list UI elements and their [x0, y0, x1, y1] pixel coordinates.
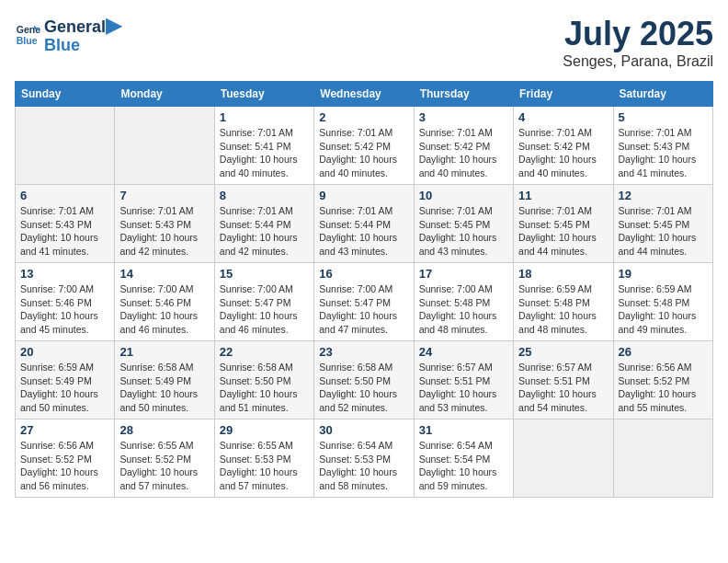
calendar-cell: 14Sunrise: 7:00 AMSunset: 5:46 PMDayligh… [115, 263, 214, 341]
calendar-cell: 2Sunrise: 7:01 AMSunset: 5:42 PMDaylight… [314, 107, 414, 185]
day-number: 2 [319, 110, 408, 124]
day-number: 28 [119, 423, 209, 437]
day-info: Sunrise: 7:00 AMSunset: 5:47 PMDaylight:… [220, 282, 309, 337]
logo-icon: General Blue [15, 22, 40, 48]
day-number: 12 [619, 189, 708, 202]
day-info: Sunrise: 7:00 AMSunset: 5:48 PMDaylight:… [419, 282, 508, 337]
weekday-header-saturday: Saturday [613, 82, 712, 107]
svg-text:Blue: Blue [17, 35, 38, 46]
day-info: Sunrise: 6:56 AMSunset: 5:52 PMDaylight:… [619, 361, 708, 415]
logo: General Blue General▶ Blue [15, 15, 121, 55]
calendar-cell: 26Sunrise: 6:56 AMSunset: 5:52 PMDayligh… [613, 341, 712, 419]
day-number: 7 [119, 189, 209, 202]
day-info: Sunrise: 7:01 AMSunset: 5:45 PMDaylight:… [619, 204, 708, 259]
calendar-cell: 19Sunrise: 6:59 AMSunset: 5:48 PMDayligh… [613, 263, 712, 341]
weekday-header-monday: Monday [115, 82, 214, 107]
day-info: Sunrise: 7:01 AMSunset: 5:42 PMDaylight:… [518, 126, 608, 180]
day-number: 25 [518, 345, 608, 359]
calendar-cell: 27Sunrise: 6:56 AMSunset: 5:52 PMDayligh… [16, 419, 115, 498]
day-info: Sunrise: 6:58 AMSunset: 5:49 PMDaylight:… [119, 361, 209, 415]
day-number: 15 [220, 267, 309, 281]
day-number: 29 [220, 423, 309, 437]
calendar-cell: 9Sunrise: 7:01 AMSunset: 5:44 PMDaylight… [314, 185, 414, 263]
weekday-header-wednesday: Wednesday [314, 82, 414, 107]
calendar-cell: 12Sunrise: 7:01 AMSunset: 5:45 PMDayligh… [613, 185, 712, 263]
day-info: Sunrise: 7:01 AMSunset: 5:43 PMDaylight:… [119, 204, 209, 259]
day-info: Sunrise: 7:01 AMSunset: 5:42 PMDaylight:… [319, 126, 408, 180]
calendar-cell: 6Sunrise: 7:01 AMSunset: 5:43 PMDaylight… [16, 185, 115, 263]
day-info: Sunrise: 7:01 AMSunset: 5:44 PMDaylight:… [319, 204, 408, 259]
weekday-header-sunday: Sunday [16, 82, 115, 107]
day-number: 31 [419, 423, 508, 437]
calendar-week-row: 1Sunrise: 7:01 AMSunset: 5:41 PMDaylight… [16, 107, 713, 185]
day-info: Sunrise: 7:01 AMSunset: 5:45 PMDaylight:… [518, 204, 608, 259]
calendar-cell: 24Sunrise: 6:57 AMSunset: 5:51 PMDayligh… [414, 341, 513, 419]
day-number: 27 [20, 423, 109, 437]
day-number: 9 [319, 189, 408, 202]
calendar-cell: 30Sunrise: 6:54 AMSunset: 5:53 PMDayligh… [314, 419, 414, 498]
day-number: 21 [119, 345, 209, 359]
day-info: Sunrise: 7:01 AMSunset: 5:43 PMDaylight:… [619, 126, 708, 180]
day-info: Sunrise: 7:01 AMSunset: 5:45 PMDaylight:… [419, 204, 508, 259]
day-info: Sunrise: 7:01 AMSunset: 5:41 PMDaylight:… [220, 126, 309, 180]
day-number: 16 [319, 267, 408, 281]
day-info: Sunrise: 7:01 AMSunset: 5:42 PMDaylight:… [419, 126, 508, 180]
calendar-cell: 4Sunrise: 7:01 AMSunset: 5:42 PMDaylight… [514, 107, 613, 185]
day-number: 26 [619, 345, 708, 359]
calendar-cell: 8Sunrise: 7:01 AMSunset: 5:44 PMDaylight… [214, 185, 313, 263]
location-title: Senges, Parana, Brazil [563, 53, 713, 70]
day-info: Sunrise: 6:59 AMSunset: 5:49 PMDaylight:… [20, 361, 109, 415]
calendar-cell [613, 419, 712, 498]
day-info: Sunrise: 6:58 AMSunset: 5:50 PMDaylight:… [319, 361, 408, 415]
calendar-cell: 17Sunrise: 7:00 AMSunset: 5:48 PMDayligh… [414, 263, 513, 341]
day-number: 17 [419, 267, 508, 281]
day-number: 11 [518, 189, 608, 202]
day-info: Sunrise: 6:58 AMSunset: 5:50 PMDaylight:… [220, 361, 309, 415]
day-info: Sunrise: 7:01 AMSunset: 5:43 PMDaylight:… [20, 204, 109, 259]
day-number: 3 [419, 110, 508, 124]
day-number: 8 [220, 189, 309, 202]
calendar-cell: 21Sunrise: 6:58 AMSunset: 5:49 PMDayligh… [115, 341, 214, 419]
calendar-header-row: SundayMondayTuesdayWednesdayThursdayFrid… [16, 82, 713, 107]
month-title: July 2025 [563, 15, 713, 53]
calendar-week-row: 20Sunrise: 6:59 AMSunset: 5:49 PMDayligh… [16, 341, 713, 419]
calendar-cell [16, 107, 115, 185]
calendar-cell [514, 419, 613, 498]
calendar-cell: 13Sunrise: 7:00 AMSunset: 5:46 PMDayligh… [16, 263, 115, 341]
day-info: Sunrise: 6:55 AMSunset: 5:52 PMDaylight:… [119, 439, 209, 493]
calendar-body: 1Sunrise: 7:01 AMSunset: 5:41 PMDaylight… [16, 107, 713, 498]
calendar-cell: 18Sunrise: 6:59 AMSunset: 5:48 PMDayligh… [514, 263, 613, 341]
day-number: 6 [20, 189, 109, 202]
calendar-cell [115, 107, 214, 185]
calendar-cell: 23Sunrise: 6:58 AMSunset: 5:50 PMDayligh… [314, 341, 414, 419]
calendar-cell: 7Sunrise: 7:01 AMSunset: 5:43 PMDaylight… [115, 185, 214, 263]
title-block: July 2025 Senges, Parana, Brazil [563, 15, 713, 70]
day-info: Sunrise: 6:57 AMSunset: 5:51 PMDaylight:… [518, 361, 608, 415]
calendar-cell: 22Sunrise: 6:58 AMSunset: 5:50 PMDayligh… [214, 341, 313, 419]
day-info: Sunrise: 6:54 AMSunset: 5:53 PMDaylight:… [319, 439, 408, 493]
day-info: Sunrise: 6:56 AMSunset: 5:52 PMDaylight:… [20, 439, 109, 493]
day-number: 24 [419, 345, 508, 359]
day-number: 5 [619, 110, 708, 124]
day-number: 1 [220, 110, 309, 124]
calendar-cell: 15Sunrise: 7:00 AMSunset: 5:47 PMDayligh… [214, 263, 313, 341]
calendar-week-row: 6Sunrise: 7:01 AMSunset: 5:43 PMDaylight… [16, 185, 713, 263]
day-info: Sunrise: 6:59 AMSunset: 5:48 PMDaylight:… [518, 282, 608, 337]
calendar-cell: 11Sunrise: 7:01 AMSunset: 5:45 PMDayligh… [514, 185, 613, 263]
calendar-week-row: 13Sunrise: 7:00 AMSunset: 5:46 PMDayligh… [16, 263, 713, 341]
day-info: Sunrise: 7:01 AMSunset: 5:44 PMDaylight:… [220, 204, 309, 259]
calendar-cell: 20Sunrise: 6:59 AMSunset: 5:49 PMDayligh… [16, 341, 115, 419]
day-info: Sunrise: 6:57 AMSunset: 5:51 PMDaylight:… [419, 361, 508, 415]
day-info: Sunrise: 7:00 AMSunset: 5:47 PMDaylight:… [319, 282, 408, 337]
calendar-week-row: 27Sunrise: 6:56 AMSunset: 5:52 PMDayligh… [16, 419, 713, 498]
day-number: 18 [518, 267, 608, 281]
day-number: 14 [119, 267, 209, 281]
weekday-header-thursday: Thursday [414, 82, 513, 107]
calendar-cell: 28Sunrise: 6:55 AMSunset: 5:52 PMDayligh… [115, 419, 214, 498]
day-number: 23 [319, 345, 408, 359]
calendar-cell: 1Sunrise: 7:01 AMSunset: 5:41 PMDaylight… [214, 107, 313, 185]
weekday-header-tuesday: Tuesday [214, 82, 313, 107]
day-info: Sunrise: 6:55 AMSunset: 5:53 PMDaylight:… [220, 439, 309, 493]
logo-text-line2: Blue [44, 37, 121, 55]
day-number: 20 [20, 345, 109, 359]
